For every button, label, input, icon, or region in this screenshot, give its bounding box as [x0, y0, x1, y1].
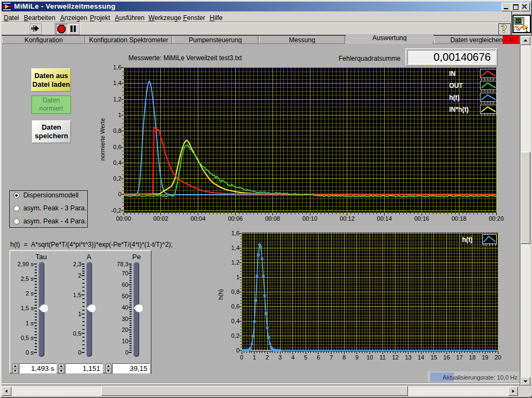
svg-text:0,4: 0,4: [231, 318, 239, 324]
svg-text:5: 5: [304, 354, 307, 361]
svg-text:17: 17: [456, 354, 463, 361]
svg-text:3: 3: [278, 354, 282, 361]
svg-text:15: 15: [431, 354, 437, 361]
svg-text:1,2: 1,2: [231, 259, 239, 266]
svg-text:1: 1: [253, 354, 256, 361]
svg-text:h(t): h(t): [462, 236, 472, 243]
svg-text:1: 1: [236, 274, 239, 280]
svg-text:2: 2: [265, 354, 269, 361]
svg-text:1,6: 1,6: [231, 230, 239, 236]
svg-text:6: 6: [317, 354, 320, 361]
svg-text:19: 19: [482, 354, 488, 361]
svg-text:10: 10: [366, 354, 373, 361]
svg-text:1,4: 1,4: [231, 245, 239, 251]
svg-text:0,2: 0,2: [231, 332, 239, 339]
svg-text:11: 11: [379, 354, 385, 361]
svg-text:18: 18: [469, 354, 476, 361]
svg-text:0: 0: [240, 354, 243, 361]
svg-text:16: 16: [443, 354, 450, 361]
svg-text:20: 20: [495, 354, 501, 361]
svg-text:0,8: 0,8: [231, 288, 239, 295]
svg-text:0,6: 0,6: [231, 303, 239, 310]
svg-text:9: 9: [355, 354, 359, 361]
svg-text:13: 13: [405, 354, 411, 361]
svg-text:12: 12: [392, 354, 399, 361]
svg-text:14: 14: [418, 354, 424, 361]
svg-text:0: 0: [236, 347, 239, 354]
svg-text:h(h): h(h): [217, 289, 224, 300]
svg-text:4: 4: [291, 354, 295, 361]
svg-text:8: 8: [342, 354, 346, 361]
svg-text:7: 7: [329, 354, 333, 361]
